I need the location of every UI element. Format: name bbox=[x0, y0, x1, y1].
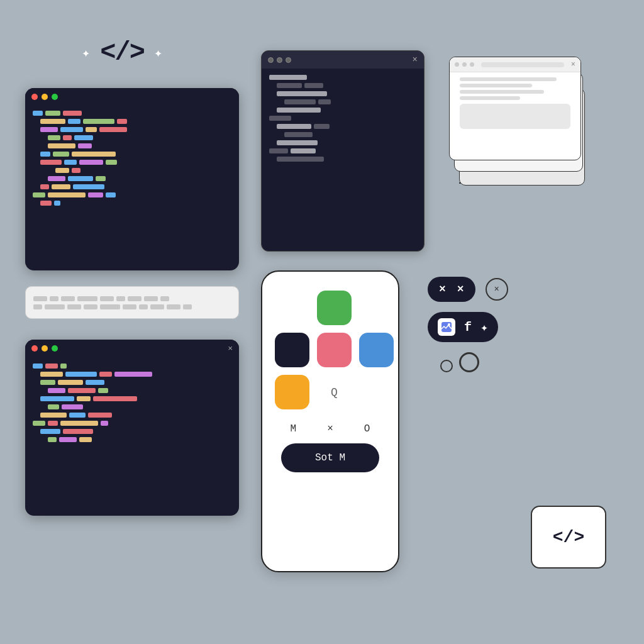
code-line bbox=[269, 116, 416, 121]
phone-action-button[interactable]: Sot M bbox=[281, 443, 379, 472]
code-line bbox=[40, 413, 231, 418]
keyboard-row bbox=[33, 296, 231, 301]
icon-row-buttons: × × × bbox=[428, 277, 508, 302]
key bbox=[45, 304, 65, 309]
code-line bbox=[40, 201, 231, 206]
close-icon[interactable]: × bbox=[413, 55, 418, 65]
editor-mid-titlebar: × bbox=[262, 51, 424, 69]
x-icon-2: × bbox=[457, 283, 464, 296]
mini-dot bbox=[277, 57, 282, 63]
app-empty-slot bbox=[275, 291, 309, 325]
code-line bbox=[33, 192, 231, 197]
code-icon-area: ✦ </> ✦ bbox=[82, 38, 162, 68]
circle-close-button[interactable]: × bbox=[486, 278, 508, 301]
browser-content bbox=[450, 72, 580, 135]
code-line bbox=[40, 160, 231, 165]
key bbox=[144, 296, 158, 301]
code-line bbox=[48, 135, 231, 140]
browser-dot bbox=[455, 62, 459, 67]
app-icon-blue[interactable] bbox=[359, 333, 394, 367]
code-line bbox=[48, 143, 231, 148]
code-line bbox=[40, 396, 231, 401]
code-line bbox=[40, 127, 231, 132]
key bbox=[67, 304, 81, 309]
code-line bbox=[40, 184, 231, 189]
close-icon[interactable]: × bbox=[228, 344, 233, 353]
code-line bbox=[55, 168, 231, 173]
app-letter-m[interactable]: M bbox=[291, 423, 297, 435]
editor-bottom-titlebar: × bbox=[25, 340, 239, 357]
code-tag-icon: </> bbox=[553, 528, 584, 547]
app-icon-black[interactable] bbox=[275, 333, 309, 367]
code-editor-bottom: × bbox=[25, 340, 239, 516]
close-icon: × bbox=[494, 284, 499, 294]
keyboard-rows bbox=[33, 296, 231, 309]
app-letter-o[interactable]: O bbox=[364, 423, 370, 435]
app-letter-x[interactable]: × bbox=[327, 423, 333, 435]
editor-titlebar bbox=[25, 88, 239, 106]
browser-dot bbox=[462, 62, 467, 67]
dot-yellow bbox=[42, 94, 48, 100]
key bbox=[100, 296, 114, 301]
key bbox=[50, 296, 58, 301]
key bbox=[183, 304, 192, 309]
triple-brand-pill[interactable]: f ✦ bbox=[428, 312, 498, 342]
code-line bbox=[269, 140, 416, 145]
key bbox=[160, 296, 169, 301]
keyboard-bar bbox=[25, 286, 239, 319]
app-icon-pink[interactable] bbox=[317, 333, 352, 367]
code-line bbox=[40, 372, 231, 377]
browser-bar: × bbox=[450, 57, 580, 72]
code-line bbox=[269, 132, 416, 137]
code-line bbox=[269, 75, 416, 80]
double-x-pill[interactable]: × × bbox=[428, 277, 475, 302]
key bbox=[139, 304, 148, 309]
dot-green bbox=[52, 345, 58, 352]
code-line bbox=[269, 124, 416, 129]
code-line bbox=[33, 364, 231, 369]
code-tag-box: </> bbox=[531, 506, 606, 569]
phone-mockup: Q M × O Sot M bbox=[261, 270, 399, 572]
code-line bbox=[40, 119, 231, 124]
app-icon-search[interactable]: Q bbox=[317, 375, 352, 409]
code-line bbox=[40, 152, 231, 157]
letter-row: M × O bbox=[275, 423, 386, 435]
content-block bbox=[460, 104, 570, 129]
content-line bbox=[460, 84, 532, 87]
browser-dot bbox=[470, 62, 474, 67]
code-line bbox=[40, 429, 231, 434]
mini-dot bbox=[268, 57, 274, 63]
app-icon-yellow[interactable] bbox=[275, 375, 309, 409]
browser-card-front: × bbox=[449, 57, 581, 160]
code-line bbox=[33, 111, 231, 116]
editor-body-large bbox=[25, 106, 239, 211]
code-editor-large bbox=[25, 88, 239, 270]
code-line bbox=[33, 421, 231, 426]
close-icon[interactable]: × bbox=[571, 60, 575, 69]
key bbox=[61, 296, 75, 301]
app-empty-slot bbox=[359, 375, 394, 409]
mini-dot bbox=[286, 57, 291, 63]
app-icon-green[interactable] bbox=[317, 291, 352, 325]
phone-inner: Q M × O Sot M bbox=[262, 272, 398, 485]
key bbox=[100, 304, 120, 309]
app-empty-slot bbox=[359, 291, 394, 325]
dot-green bbox=[52, 94, 58, 100]
image-icon bbox=[441, 321, 452, 333]
sparkle-brand-icon: ✦ bbox=[480, 319, 488, 335]
app-grid: Q bbox=[275, 291, 386, 409]
key bbox=[77, 296, 97, 301]
key bbox=[33, 296, 47, 301]
browser-stack: × bbox=[447, 50, 585, 176]
editor-body-mid bbox=[262, 69, 424, 167]
code-line bbox=[269, 91, 416, 96]
code-line bbox=[269, 148, 416, 153]
key bbox=[167, 304, 180, 309]
key bbox=[116, 296, 125, 301]
code-line bbox=[48, 388, 231, 393]
right-panel: × × × f ✦ bbox=[428, 277, 508, 372]
dot-red bbox=[31, 345, 38, 352]
code-line bbox=[269, 157, 416, 162]
content-line bbox=[460, 90, 544, 94]
dot-yellow bbox=[42, 345, 48, 352]
